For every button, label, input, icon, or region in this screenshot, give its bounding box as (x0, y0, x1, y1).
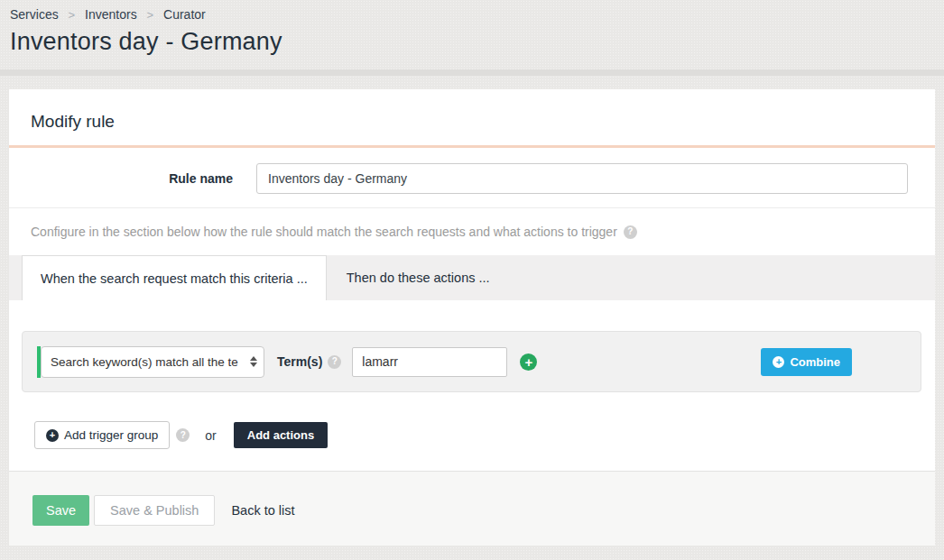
rule-name-input[interactable] (256, 163, 908, 194)
page-header: Services > Inventors > Curator Inventors… (0, 0, 944, 56)
breadcrumb: Services > Inventors > Curator (10, 7, 933, 22)
modify-rule-card: Modify rule Rule name Configure in the s… (9, 89, 935, 471)
configure-help-row: Configure in the section below how the r… (9, 207, 935, 255)
page-title: Inventors day - Germany (10, 28, 933, 56)
tab-content: Search keyword(s) match all the te Term(… (9, 300, 935, 471)
add-term-plus-icon[interactable]: + (520, 353, 537, 371)
question-circle-icon[interactable]: ? (328, 355, 341, 369)
terms-label: Term(s) (277, 354, 322, 369)
rule-name-row: Rule name (9, 148, 935, 207)
tab-match-criteria[interactable]: When the search request match this crite… (22, 255, 327, 300)
page: Services > Inventors > Curator Inventors… (0, 0, 944, 560)
add-trigger-group-button[interactable]: + Add trigger group (34, 421, 170, 449)
header-divider-band (0, 69, 944, 76)
match-type-select-value: Search keyword(s) match all the te (51, 355, 246, 369)
actions-row: + Add trigger group ? or Add actions (34, 421, 921, 471)
breadcrumb-inventors[interactable]: Inventors (85, 7, 137, 22)
save-and-publish-button[interactable]: Save & Publish (94, 495, 215, 526)
plus-circle-icon: + (46, 429, 59, 442)
question-circle-icon[interactable]: ? (176, 428, 190, 442)
combine-button-label: Combine (790, 355, 840, 369)
add-trigger-group-label: Add trigger group (64, 428, 158, 442)
breadcrumb-services[interactable]: Services (10, 7, 59, 22)
tab-do-actions[interactable]: Then do these actions ... (329, 255, 508, 300)
configure-help-text: Configure in the section below how the r… (31, 225, 617, 239)
question-circle-icon[interactable]: ? (624, 225, 637, 239)
plus-circle-icon: + (773, 356, 784, 368)
add-actions-button[interactable]: Add actions (234, 422, 328, 448)
combine-button[interactable]: + Combine (761, 348, 852, 376)
card-title: Modify rule (9, 89, 935, 145)
breadcrumb-separator: > (147, 8, 154, 22)
back-to-list-link[interactable]: Back to list (231, 503, 294, 518)
chevron-updown-icon (250, 356, 257, 367)
tab-bar: When the search request match this crite… (9, 255, 935, 300)
breadcrumb-curator[interactable]: Curator (163, 7, 206, 22)
save-button[interactable]: Save (32, 495, 89, 526)
match-type-select[interactable]: Search keyword(s) match all the te (41, 346, 264, 378)
match-type-select-wrap: Search keyword(s) match all the te (37, 346, 264, 378)
terms-input[interactable] (352, 347, 507, 377)
rule-name-label: Rule name (9, 171, 233, 186)
or-label: or (205, 428, 216, 443)
trigger-group-panel: Search keyword(s) match all the te Term(… (22, 331, 921, 392)
card-footer: Save Save & Publish Back to list (9, 471, 935, 546)
breadcrumb-separator: > (69, 8, 76, 22)
